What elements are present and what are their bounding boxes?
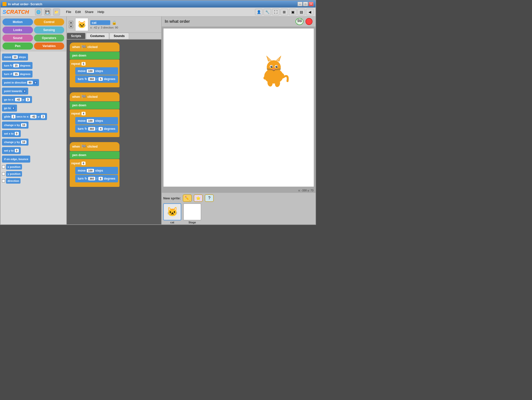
sprite-name-input[interactable] <box>90 20 110 25</box>
script-move-3[interactable]: move 100 steps <box>75 167 118 174</box>
checkbox-ypos[interactable] <box>2 172 5 175</box>
script-hat-1[interactable]: when 🏁 clicked <box>70 43 120 52</box>
settings-icon-btn[interactable]: 🔧 <box>264 9 271 15</box>
script-group-1: when 🏁 clicked pen down repeat 5 move <box>70 43 120 87</box>
sprite-thumb-cat[interactable]: 🐱 <box>163 203 181 220</box>
script-pendown-3[interactable]: pen down <box>70 151 120 159</box>
layout-btn1[interactable]: ▣ <box>289 9 296 15</box>
scripts-canvas[interactable]: when 🏁 clicked pen down repeat 5 move <box>67 40 161 225</box>
script-group-2: when 🏁 clicked pen down repeat 4 move <box>70 92 120 137</box>
minimize-button[interactable]: ─ <box>298 2 302 6</box>
script-pendown-2[interactable]: pen down <box>70 102 120 109</box>
block-move-steps[interactable]: move 10 steps <box>2 54 28 61</box>
sprite-nav-down[interactable]: ▼ <box>69 25 73 28</box>
fullscreen-icon-btn[interactable]: ⛶ <box>272 9 280 15</box>
checkbox-direction[interactable] <box>2 179 5 182</box>
block-turn-cw[interactable]: turn ↻ 15 degrees <box>2 62 32 69</box>
category-control[interactable]: Control <box>34 19 64 26</box>
menu-icons: 🌐 💾 📁 <box>35 9 60 16</box>
block-point-direction[interactable]: point in direction 90 ▾ <box>2 79 39 86</box>
stage-canvas[interactable] <box>163 28 314 187</box>
block-go-to[interactable]: go to ▾ <box>2 105 17 112</box>
tab-sounds[interactable]: Sounds <box>110 33 129 39</box>
block-checkbox-ypos: y position <box>2 171 65 177</box>
menu-share[interactable]: Share <box>85 10 94 14</box>
stage-controls: 🏁 <box>296 18 312 25</box>
tab-scripts[interactable]: Scripts <box>67 33 86 39</box>
sprite-info: 🔒 x: -42 y: 3 direction: 90 <box>90 20 159 29</box>
script-repeat-1[interactable]: repeat 5 move 100 steps turn ↻ 360 / <box>70 60 120 87</box>
script-repeat-3[interactable]: repeat 6 move 100 steps turn ↻ 360 / <box>70 159 120 187</box>
script-hat-2[interactable]: when 🏁 clicked <box>70 92 120 101</box>
block-change-x[interactable]: change x by 10 <box>2 122 28 129</box>
category-pen[interactable]: Pen <box>2 43 33 50</box>
close-button[interactable]: ✕ <box>308 2 314 6</box>
category-sensing[interactable]: Sensing <box>34 27 64 34</box>
user-icon-btn[interactable]: 👤 <box>255 9 262 15</box>
script-move-1[interactable]: move 100 steps <box>75 67 118 75</box>
script-hat-3[interactable]: when 🏁 clicked <box>70 142 120 151</box>
category-looks[interactable]: Looks <box>2 27 33 34</box>
title-bar-buttons: ─ □ ✕ <box>298 2 314 6</box>
sprite-nav-up[interactable]: ▲ <box>69 21 73 24</box>
script-repeat-2-inner: move 100 steps turn ↻ 360 / 4 degrees <box>75 117 118 133</box>
script-turn-3[interactable]: turn ↻ 360 / 6 degrees <box>75 175 118 182</box>
upload-sprite-button[interactable]: ? <box>205 194 214 202</box>
block-turn-ccw[interactable]: turn ↺ 15 degrees <box>2 71 32 78</box>
block-set-y[interactable]: set y to 0 <box>2 147 21 154</box>
block-set-x[interactable]: set x to 0 <box>2 130 21 137</box>
sprite-label-stage: Stage <box>188 221 196 224</box>
menu-bar: SCRATCH 🌐 💾 📁 File Edit Share Help 👤 🔧 ⛶… <box>0 8 316 17</box>
menu-edit[interactable]: Edit <box>75 10 81 14</box>
block-checkbox-direction: direction <box>2 178 65 184</box>
cat-sprite-svg <box>256 54 291 89</box>
title-bar: In what order- Scratch ─ □ ✕ <box>0 1 316 8</box>
script-move-2[interactable]: move 100 steps <box>75 117 118 125</box>
green-flag-button[interactable]: 🏁 <box>296 18 304 25</box>
sprite-name-row: 🔒 <box>90 20 159 25</box>
categories: Motion Control Looks Sensing Sound Opera… <box>0 17 66 52</box>
lock-icon: 🔒 <box>112 20 117 25</box>
paint-sprite-button[interactable]: ✏️ <box>183 194 192 202</box>
layout-btn3[interactable]: ◀ <box>306 9 314 15</box>
folder-icon-btn[interactable]: 📁 <box>53 9 60 16</box>
block-point-towards[interactable]: point towards ▾ <box>2 88 28 95</box>
globe-icon-btn[interactable]: 🌐 <box>35 9 42 16</box>
menu-help[interactable]: Help <box>98 10 104 14</box>
block-glide[interactable]: glide 1 secs to x: -42 y: 3 <box>2 113 47 120</box>
menu-file[interactable]: File <box>66 10 71 14</box>
tab-costumes[interactable]: Costumes <box>86 33 109 39</box>
right-panel: In what order 🏁 <box>162 17 316 225</box>
category-sound[interactable]: Sound <box>2 35 33 42</box>
block-bounce[interactable]: if on edge, bounce <box>2 156 30 163</box>
new-sprite-label: New sprite: <box>163 196 181 200</box>
stop-button[interactable] <box>306 18 312 25</box>
script-turn-2[interactable]: turn ↻ 360 / 4 degrees <box>75 125 118 133</box>
sprite-label-cat: cat <box>170 221 174 224</box>
maximize-button[interactable]: □ <box>303 2 308 6</box>
share-icon-btn[interactable]: ⊞ <box>280 9 288 15</box>
category-variables[interactable]: Variables <box>34 43 64 50</box>
sprite-item-stage[interactable]: Stage <box>183 203 201 224</box>
category-motion[interactable]: Motion <box>2 19 33 26</box>
sprite-thumb-stage[interactable] <box>183 203 201 220</box>
block-checkbox-xpos: x position <box>2 164 65 170</box>
script-turn-1[interactable]: turn ↻ 360 / 5 degrees <box>75 75 118 83</box>
category-operators[interactable]: Operators <box>34 35 64 42</box>
stage-title: In what order <box>165 19 190 24</box>
sprite-nav: ▲ ▼ <box>69 21 73 28</box>
new-sprite-row: New sprite: ✏️ ⭐ ? <box>163 194 314 202</box>
tabs: Scripts Costumes Sounds <box>67 33 161 40</box>
layout-btn2[interactable]: ▤ <box>298 9 305 15</box>
save-icon-btn[interactable]: 💾 <box>44 9 51 16</box>
script-pendown-1[interactable]: pen down <box>70 52 120 59</box>
script-repeat-1-inner: move 100 steps turn ↻ 360 / 5 degrees <box>75 67 118 83</box>
random-sprite-button[interactable]: ⭐ <box>194 194 203 202</box>
sprite-item-cat[interactable]: 🐱 cat <box>163 203 181 224</box>
block-change-y[interactable]: change y by 10 <box>2 139 28 146</box>
checkbox-xpos[interactable] <box>2 165 5 168</box>
svg-point-12 <box>273 69 275 70</box>
block-go-to-xy[interactable]: go to x: -42 y: 3 <box>2 96 32 103</box>
view-controls: 👤 🔧 ⛶ ⊞ ▣ ▤ ◀ <box>255 9 314 15</box>
script-repeat-2[interactable]: repeat 4 move 100 steps turn ↻ 360 / <box>70 109 120 137</box>
